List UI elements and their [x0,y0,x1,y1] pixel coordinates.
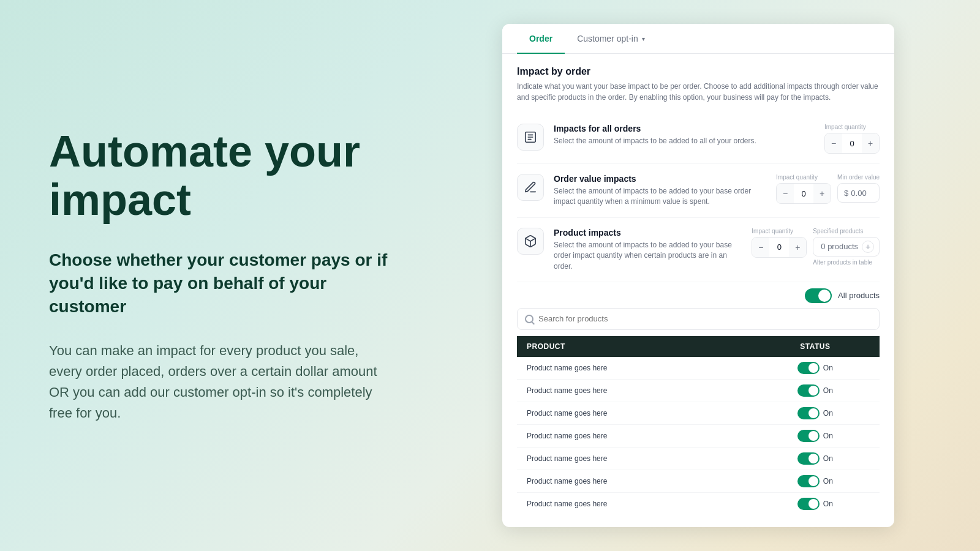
order-value-qty-increment[interactable]: + [813,184,831,203]
all-orders-qty-input[interactable] [842,139,862,148]
product-impacts-qty-control: − + [752,237,807,258]
product-name: Product name goes here [517,357,751,380]
product-name: Product name goes here [517,447,751,470]
body-text: You can make an impact for every product… [49,340,392,424]
min-order-input[interactable]: $ 0.00 [837,183,880,203]
table-row: Product name goes here On [517,470,880,492]
table-row: Product name goes here On [517,447,880,470]
product-name: Product name goes here [517,470,751,492]
order-value-qty-control: − + [776,183,831,204]
min-order-value: 0.00 [851,189,866,198]
product-name: Product name goes here [517,402,751,424]
status-label-4: On [823,454,833,463]
impact-row-all-orders: Impacts for all orders Select the amount… [517,114,880,164]
right-panel: Order Customer opt-in ▾ Impact by order … [441,12,980,539]
min-order-label: Min order value [837,174,880,181]
order-value-title: Order value impacts [554,174,766,184]
all-orders-qty-decrement[interactable]: − [825,133,842,153]
all-orders-qty-box: Impact quantity − + [824,124,880,154]
product-impacts-qty-box: Impact quantity − + [752,228,807,258]
tab-customer-opt-in[interactable]: Customer opt-in ▾ [565,24,657,53]
sub-heading: Choose whether your customer pays or if … [49,249,392,318]
product-name: Product name goes here [517,492,751,515]
all-orders-qty-control: − + [824,133,880,154]
status-cell: On [751,379,880,402]
table-row: Product name goes here On [517,379,880,402]
order-value-desc: Select the amount of impacts to be added… [554,186,766,208]
product-impacts-controls: Impact quantity − + Specified products 0… [752,228,880,266]
all-products-toggle[interactable] [805,288,832,303]
product-impacts-title: Product impacts [554,228,742,238]
status-cell: On [751,357,880,380]
row-toggle-3[interactable] [797,430,820,442]
tabs-bar: Order Customer opt-in ▾ [502,24,894,54]
all-orders-content: Impacts for all orders Select the amount… [554,124,815,146]
all-orders-title: Impacts for all orders [554,124,815,133]
section-title: Impact by order [517,66,880,77]
main-heading: Automate your impact [49,127,392,224]
search-input[interactable] [538,314,872,323]
col-header-product: PRODUCT [517,336,751,357]
all-products-row: All products [517,282,880,308]
order-value-icon [517,174,544,201]
specified-products-box: Specified products 0 products + Alter pr… [813,228,880,266]
row-toggle-1[interactable] [797,384,820,397]
table-row: Product name goes here On [517,402,880,424]
row-toggle-6[interactable] [797,498,820,510]
min-order-box: Min order value $ 0.00 [837,174,880,203]
status-cell: On [751,424,880,447]
product-table: PRODUCT STATUS Product name goes here On… [517,336,880,515]
card: Order Customer opt-in ▾ Impact by order … [502,24,894,527]
product-impacts-qty-label: Impact quantity [752,228,807,234]
table-row: Product name goes here On [517,492,880,515]
status-cell: On [751,402,880,424]
product-impacts-desc: Select the amount of impacts to be added… [554,240,742,272]
status-label-0: On [823,364,833,372]
impact-row-product: Product impacts Select the amount of imp… [517,218,880,282]
status-label-1: On [823,386,833,395]
col-header-status: STATUS [751,336,880,357]
product-impacts-icon [517,228,544,255]
add-product-icon[interactable]: + [862,241,874,253]
product-name: Product name goes here [517,379,751,402]
specified-products-label: Specified products [813,228,880,234]
all-orders-controls: Impact quantity − + [824,124,880,154]
status-cell: On [751,470,880,492]
search-icon [525,315,533,323]
row-toggle-2[interactable] [797,407,820,419]
specified-products-control[interactable]: 0 products + [813,237,880,257]
order-value-qty-box: Impact quantity − + [776,174,831,204]
status-label-6: On [823,500,833,508]
card-body: Impact by order Indicate what you want y… [502,54,894,527]
product-impacts-qty-increment[interactable]: + [789,238,806,257]
all-orders-qty-increment[interactable]: + [862,133,879,153]
tab-order[interactable]: Order [517,24,565,53]
row-toggle-5[interactable] [797,475,820,487]
status-label-5: On [823,477,833,485]
specified-products-value: 0 products [821,242,858,251]
chevron-down-icon: ▾ [642,36,645,42]
search-box [517,308,880,330]
order-value-qty-label: Impact quantity [776,174,831,181]
row-toggle-0[interactable] [797,362,820,374]
all-orders-desc: Select the amount of impacts to be added… [554,136,815,146]
table-row: Product name goes here On [517,424,880,447]
all-orders-qty-label: Impact quantity [824,124,880,130]
section-desc: Indicate what you want your base impact … [517,81,880,103]
status-cell: On [751,447,880,470]
status-label-2: On [823,409,833,418]
order-value-qty-decrement[interactable]: − [777,184,794,203]
product-name: Product name goes here [517,424,751,447]
product-impacts-content: Product impacts Select the amount of imp… [554,228,742,272]
currency-symbol: $ [844,189,848,198]
impact-row-order-value: Order value impacts Select the amount of… [517,164,880,218]
product-impacts-qty-decrement[interactable]: − [752,238,769,257]
all-orders-icon [517,124,544,151]
row-toggle-4[interactable] [797,452,820,465]
product-impacts-qty-input[interactable] [769,242,789,252]
status-label-3: On [823,432,833,440]
order-value-controls: Impact quantity − + Min order value $ 0.… [776,174,880,204]
status-cell: On [751,492,880,515]
order-value-qty-input[interactable] [794,189,813,198]
alter-hint: Alter products in table [813,259,880,266]
